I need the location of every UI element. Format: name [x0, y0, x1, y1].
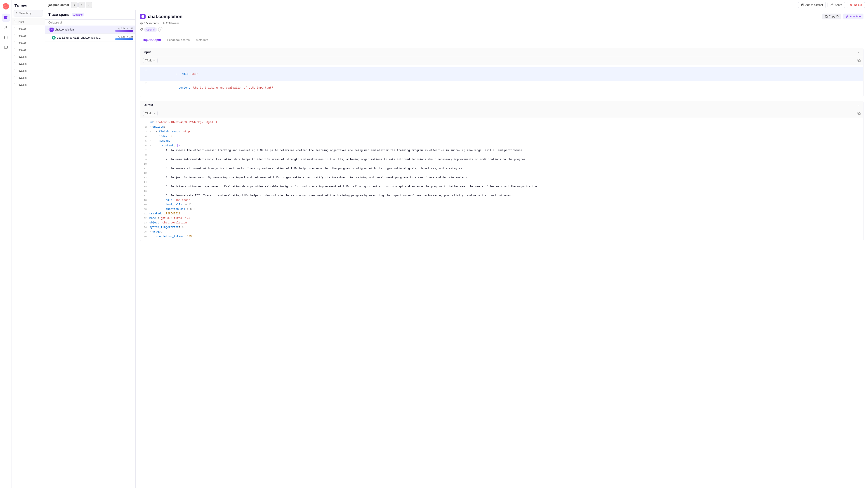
code-line: 20 function_call: null: [141, 207, 863, 212]
delete-button[interactable]: Delete: [847, 2, 865, 8]
svg-rect-18: [859, 113, 860, 115]
meta-time: 3.5 seconds: [140, 22, 159, 25]
search-box[interactable]: [13, 10, 43, 17]
trace-checkbox[interactable]: [14, 76, 17, 79]
trace-checkbox[interactable]: [14, 34, 17, 37]
code-line: 1 id: chatcmpl-AH7SfFAqdSKlY14cbkgyID0gt…: [141, 120, 863, 125]
svg-rect-14: [826, 16, 827, 18]
sidebar-item-datasets[interactable]: [2, 33, 10, 41]
gpt-icon: [53, 37, 55, 39]
list-item[interactable]: chat.cc: [12, 25, 45, 32]
code-line: 25 ▾ usage:: [141, 230, 863, 234]
expand-button[interactable]: »: [71, 2, 78, 8]
code-line: 8: [141, 153, 863, 157]
add-to-dataset-label: Add to dataset: [805, 3, 823, 6]
yaml-format-selector-output[interactable]: YAML: [143, 111, 158, 116]
list-item[interactable]: chat.cc: [12, 46, 45, 53]
spans-header: Trace spans 1 spans: [45, 10, 135, 20]
trace-checkbox[interactable]: [14, 55, 17, 58]
app-logo: [2, 3, 9, 10]
trace-checkbox[interactable]: [14, 41, 17, 44]
copy-output-button[interactable]: [857, 111, 861, 116]
collapse-all-button[interactable]: Collapse all: [45, 20, 135, 26]
output-code-block: 1 id: chatcmpl-AH7SfFAqdSKlY14cbkgyID0gt…: [141, 118, 863, 241]
input-section-header[interactable]: Input: [141, 48, 863, 56]
add-tag-button[interactable]: +: [158, 27, 163, 32]
code-line: 18 role: assistant: [141, 198, 863, 202]
select-all-checkbox[interactable]: [14, 20, 17, 23]
sidebar: [0, 0, 12, 488]
copy-input-button[interactable]: [857, 59, 861, 63]
search-input[interactable]: [19, 12, 41, 15]
clock-icon: [118, 28, 120, 30]
clock-icon: [118, 36, 120, 38]
code-line: 2 ▾ choices:: [141, 125, 863, 129]
tab-input-output[interactable]: Input/Output: [140, 36, 164, 44]
tab-metadata[interactable]: Metadata: [193, 36, 211, 44]
nav-header: jacques-comet » ↑ ↓ Add to dataset Share: [45, 0, 868, 10]
output-section-header[interactable]: Output: [141, 101, 863, 109]
copy-id-label: Copy ID: [829, 15, 839, 18]
input-section-title: Input: [144, 51, 151, 54]
delete-label: Delete: [854, 3, 862, 6]
nav-arrows: » ↑ ↓: [71, 2, 92, 8]
code-line: 7 1. To assess the effectiveness: Tracki…: [141, 148, 863, 153]
detail-actions: Copy ID Annotate: [822, 13, 864, 20]
list-item[interactable]: evaluat: [12, 74, 45, 81]
chat-completion-icon: [51, 29, 53, 31]
detail-tabs: Input/Output Feedback scores Metadata: [135, 36, 868, 44]
annotate-label: Annotate: [850, 15, 861, 18]
svg-point-16: [142, 29, 142, 29]
share-button[interactable]: Share: [828, 2, 845, 8]
code-line: 23 object: chat.completion: [141, 221, 863, 225]
tab-feedback-scores[interactable]: Feedback scores: [164, 36, 193, 44]
clock-meta-icon: [140, 22, 143, 25]
meta-tokens-value: 238 tokens: [166, 22, 180, 25]
sidebar-item-traces[interactable]: [2, 13, 10, 22]
collapse-output-icon: [857, 103, 860, 107]
list-item[interactable]: chat.cc: [12, 32, 45, 39]
code-line: 3 ▾ - finish_reason: stop: [141, 129, 863, 134]
list-item[interactable]: evaluat: [12, 60, 45, 67]
annotate-button[interactable]: Annotate: [843, 13, 864, 20]
span-name: gpt-3.5-turbo-0125_chat.completio...: [57, 36, 106, 39]
trace-checkbox[interactable]: [14, 27, 17, 30]
span-bar-track: [115, 30, 133, 32]
detail-meta: 3.5 seconds 238 tokens: [140, 22, 864, 25]
svg-rect-5: [4, 18, 7, 19]
svg-point-6: [4, 36, 7, 37]
input-code-block: 1 ▾ - role: user 2 content: Why is track…: [141, 65, 863, 97]
trace-name: evaluat: [19, 62, 26, 65]
hash-icon: [127, 28, 129, 30]
chevron-icon: ▾: [48, 28, 49, 31]
code-line: 5 ▾ message:: [141, 139, 863, 143]
trace-checkbox[interactable]: [14, 62, 17, 65]
span-bar-area: 3.5s 238: [106, 35, 133, 40]
code-line: 2 content: Why is tracking and evaluatio…: [141, 81, 863, 95]
span-time: 3.5s: [118, 35, 125, 38]
format-chevron-icon: [153, 59, 156, 62]
copy-id-button[interactable]: Copy ID: [822, 13, 841, 20]
down-button[interactable]: ↓: [86, 2, 92, 8]
code-line: 9 2. To make informed decisions: Evaluat…: [141, 157, 863, 162]
add-to-dataset-button[interactable]: Add to dataset: [798, 2, 826, 8]
trace-name: evaluat: [19, 55, 26, 58]
list-item[interactable]: chat.cc: [12, 39, 45, 46]
trace-checkbox[interactable]: [14, 69, 17, 72]
trace-checkbox[interactable]: [14, 83, 17, 86]
yaml-format-selector-input[interactable]: YAML: [143, 58, 158, 63]
span-row[interactable]: gpt-3.5-turbo-0125_chat.completio... 3.5…: [45, 34, 135, 42]
sidebar-item-comments[interactable]: [2, 43, 10, 52]
pencil-icon: [846, 15, 848, 18]
code-line: 15 5. To drive continuous improvement: E…: [141, 184, 863, 189]
trace-checkbox[interactable]: [14, 48, 17, 51]
list-item[interactable]: evaluat: [12, 53, 45, 60]
span-row[interactable]: ▾ chat.completion 3.5s: [45, 26, 135, 34]
share-label: Share: [835, 3, 842, 6]
sidebar-item-experiments[interactable]: [2, 24, 10, 32]
up-button[interactable]: ↑: [79, 2, 85, 8]
name-column-header: Nam: [19, 20, 24, 23]
list-item[interactable]: evaluat: [12, 81, 45, 88]
span-tokens: 238: [127, 27, 133, 30]
list-item[interactable]: evaluat: [12, 67, 45, 74]
